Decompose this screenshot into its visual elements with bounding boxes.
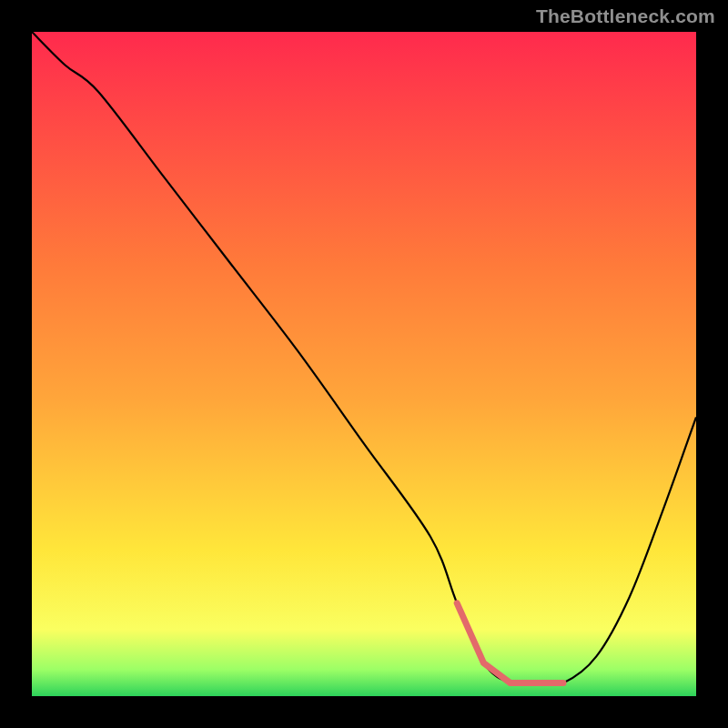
heat-gradient-background [32, 32, 696, 696]
plot-area [32, 32, 696, 696]
gradient-rect [32, 32, 696, 696]
chart-frame: TheBottleneck.com [0, 0, 728, 728]
watermark-label: TheBottleneck.com [536, 5, 715, 27]
